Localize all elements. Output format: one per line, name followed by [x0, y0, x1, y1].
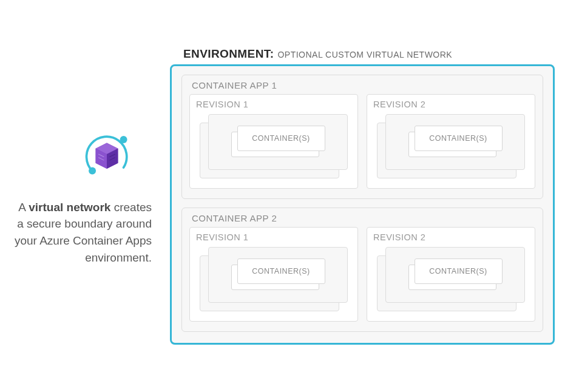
replica-box-front: CONTAINER(S)	[208, 114, 348, 170]
container-box-front: CONTAINER(S)	[237, 259, 325, 284]
environment-box: CONTAINER APP 1 REVISION 1 CONTAINER(S)	[170, 64, 555, 345]
container-stack: CONTAINER(S)	[408, 259, 503, 291]
revision-title: REVISION 1	[196, 232, 351, 242]
revision-box-2: REVISION 2 CONTAINER(S)	[367, 227, 535, 322]
svg-point-0	[120, 136, 127, 143]
container-box-front: CONTAINER(S)	[237, 126, 325, 151]
container-stack: CONTAINER(S)	[231, 259, 325, 291]
environment-subtitle: OPTIONAL CUSTOM VIRTUAL NETWORK	[277, 50, 452, 59]
container-box-front: CONTAINER(S)	[415, 126, 503, 151]
revision-box-1: REVISION 1 CONTAINER(S)	[189, 227, 358, 322]
replica-stack: CONTAINER(S)	[200, 114, 348, 180]
container-stack: CONTAINER(S)	[408, 126, 503, 158]
revision-box-2: REVISION 2 CONTAINER(S)	[367, 94, 535, 189]
replica-stack: CONTAINER(S)	[377, 247, 525, 313]
container-app-1: CONTAINER APP 1 REVISION 1 CONTAINER(S)	[181, 75, 543, 199]
desc-bold: virtual network	[29, 201, 110, 214]
environment-label: ENVIRONMENT:	[183, 47, 274, 61]
replica-box-front: CONTAINER(S)	[208, 247, 348, 303]
container-box-front: CONTAINER(S)	[415, 259, 503, 284]
desc-prefix: A	[18, 201, 29, 214]
replica-box-front: CONTAINER(S)	[385, 114, 525, 170]
virtual-network-icon	[79, 126, 152, 184]
app-title: CONTAINER APP 2	[189, 213, 535, 223]
revision-title: REVISION 2	[373, 100, 529, 109]
revision-box-1: REVISION 1 CONTAINER(S)	[189, 94, 358, 189]
container-app-2: CONTAINER APP 2 REVISION 1 CONTAINER(S)	[181, 208, 543, 332]
left-column: A virtual network creates a secure bound…	[12, 126, 170, 266]
replica-box-front: CONTAINER(S)	[385, 247, 525, 303]
revision-title: REVISION 2	[373, 232, 529, 242]
svg-point-1	[89, 167, 96, 175]
environment-header: ENVIRONMENT: OPTIONAL CUSTOM VIRTUAL NET…	[170, 47, 555, 61]
revision-row: REVISION 1 CONTAINER(S)	[189, 94, 535, 189]
environment-section: ENVIRONMENT: OPTIONAL CUSTOM VIRTUAL NET…	[170, 47, 555, 345]
container-stack: CONTAINER(S)	[231, 126, 325, 158]
revision-row: REVISION 1 CONTAINER(S)	[189, 227, 535, 322]
description-text: A virtual network creates a secure bound…	[12, 199, 152, 266]
revision-title: REVISION 1	[196, 100, 351, 109]
replica-stack: CONTAINER(S)	[377, 114, 525, 180]
app-title: CONTAINER APP 1	[189, 80, 535, 90]
diagram-root: A virtual network creates a secure bound…	[0, 0, 579, 392]
replica-stack: CONTAINER(S)	[200, 247, 348, 313]
